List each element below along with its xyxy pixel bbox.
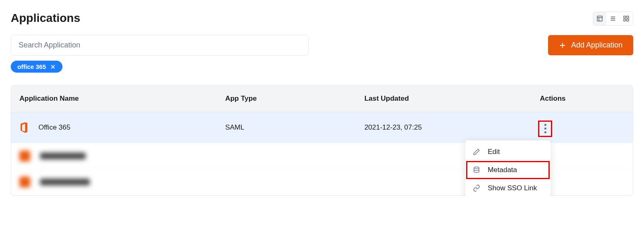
row-actions-button[interactable]: [540, 122, 551, 135]
filter-chip: office 365: [11, 61, 62, 73]
office365-icon: [19, 122, 29, 133]
link-icon: [473, 184, 480, 192]
svg-rect-0: [597, 16, 602, 21]
view-layout-button[interactable]: [593, 12, 606, 25]
menu-metadata-label: Metadata: [488, 166, 517, 174]
grid-icon: [623, 15, 630, 22]
add-application-label: Add Application: [571, 41, 622, 50]
menu-metadata[interactable]: Metadata: [465, 161, 551, 179]
filter-chip-label: office 365: [17, 63, 46, 70]
svg-rect-7: [627, 16, 629, 18]
table-row[interactable]: Office 365 SAML 2021-12-23, 07:25 Edit M…: [11, 112, 633, 143]
view-list-button[interactable]: [606, 12, 620, 25]
header-type: App Type: [225, 95, 364, 103]
svg-point-14: [474, 167, 479, 169]
menu-show-sso-label: Show SSO Link: [488, 184, 537, 192]
view-toggle: [593, 12, 633, 26]
database-icon: [473, 166, 480, 174]
applications-table: Application Name App Type Last Updated A…: [11, 85, 633, 196]
header-updated: Last Updated: [364, 95, 540, 103]
menu-show-sso[interactable]: Show SSO Link: [465, 179, 551, 196]
svg-rect-9: [627, 19, 629, 21]
header-name: Application Name: [19, 95, 225, 103]
filter-chip-close[interactable]: [50, 64, 56, 70]
layout-icon: [596, 15, 603, 22]
header-actions: Actions: [540, 95, 625, 103]
app-type: SAML: [225, 123, 364, 132]
menu-edit-label: Edit: [488, 148, 500, 156]
actions-menu: Edit Metadata Show SSO Link Delete: [465, 140, 551, 196]
view-grid-button[interactable]: [620, 12, 633, 25]
pencil-icon: [473, 148, 480, 156]
list-icon: [610, 15, 616, 22]
page-title: Applications: [11, 12, 80, 25]
close-icon: [50, 64, 56, 70]
svg-rect-6: [624, 16, 626, 18]
app-name: Office 365: [38, 123, 70, 132]
svg-rect-8: [624, 19, 626, 21]
table-header: Application Name App Type Last Updated A…: [11, 85, 633, 112]
add-application-button[interactable]: Add Application: [548, 35, 633, 55]
search-input[interactable]: [11, 35, 309, 56]
menu-edit[interactable]: Edit: [465, 143, 551, 161]
plus-icon: [559, 42, 566, 49]
app-updated: 2021-12-23, 07:25: [364, 123, 540, 132]
